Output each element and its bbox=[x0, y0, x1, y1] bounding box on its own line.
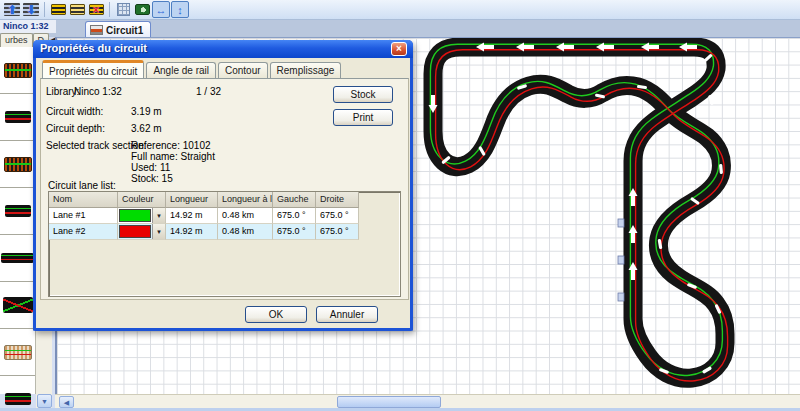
library-value: Ninco 1:32 bbox=[74, 86, 122, 97]
lane-table-header-row: NomCouleurLongueurLongueur à l'...Gauche… bbox=[49, 192, 400, 208]
track-delete-icon[interactable]: × bbox=[87, 1, 105, 18]
track-dashed-icon bbox=[70, 4, 85, 15]
power-connector-icon bbox=[618, 293, 624, 301]
application-window: ⬆⬇×↔↕ Ninco 1:32 Circuit1 urbes D ◀ ▶ ▼ … bbox=[0, 0, 800, 411]
lane-row[interactable]: Lane #1▼14.92 m0.48 km675.0 °675.0 ° bbox=[49, 208, 400, 224]
track-piece-cell[interactable] bbox=[0, 188, 35, 235]
section-fullname: Full name: Straight bbox=[131, 151, 215, 162]
flip-horizontal-icon[interactable]: ↔ bbox=[152, 1, 170, 18]
lane-table: NomCouleurLongueurLongueur à l'...Gauche… bbox=[48, 191, 401, 297]
lane-name-cell: Lane #2 bbox=[49, 224, 118, 240]
column-header[interactable]: Droite bbox=[316, 192, 359, 208]
circuit-depth-value: 3.62 m bbox=[131, 123, 162, 134]
track-piece-list bbox=[0, 47, 36, 394]
circuit-properties-dialog: Propriétés du circuit × Propriétés du ci… bbox=[33, 40, 413, 331]
library-panel-title: Ninco 1:32 bbox=[0, 20, 56, 33]
column-header[interactable]: Gauche bbox=[273, 192, 316, 208]
close-icon[interactable]: × bbox=[391, 42, 407, 56]
track-piece-thumbnail-crossing bbox=[3, 297, 33, 313]
cancel-button[interactable]: Annuler bbox=[316, 306, 378, 323]
column-header[interactable]: Longueur à l'... bbox=[218, 192, 273, 208]
track-piece-cell[interactable] bbox=[0, 376, 35, 411]
track-dashed-icon[interactable] bbox=[68, 1, 86, 18]
flip-horizontal-icon: ↔ bbox=[156, 4, 167, 16]
lane-color-cell: ▼ bbox=[118, 208, 166, 224]
tab-circuit1[interactable]: Circuit1 bbox=[85, 21, 151, 37]
track-solid-icon bbox=[51, 4, 66, 15]
scrollbar-thumb[interactable] bbox=[337, 396, 441, 408]
track-piece-cell[interactable] bbox=[0, 282, 35, 329]
flip-vertical-icon[interactable]: ↕ bbox=[171, 1, 189, 18]
lane-left-angle-cell: 675.0 ° bbox=[273, 224, 316, 240]
toolbar-separator bbox=[44, 2, 45, 17]
lane-color-swatch bbox=[119, 209, 151, 222]
track-piece-thumbnail-light bbox=[4, 345, 32, 360]
lane-length-cell: 14.92 m bbox=[166, 208, 218, 224]
chevron-down-icon[interactable]: ▼ bbox=[152, 224, 165, 239]
insert-track-up-icon: ⬆ bbox=[4, 3, 20, 16]
lane-color-swatch bbox=[119, 225, 151, 238]
lane-color-cell: ▼ bbox=[118, 224, 166, 240]
tab-circuit1-label: Circuit1 bbox=[106, 25, 143, 36]
tab-angle-de-rail[interactable]: Angle de rail bbox=[146, 62, 216, 79]
track-piece-thumbnail-straight bbox=[5, 205, 31, 217]
tab-proprietes-du-circuit[interactable]: Propriétés du circuit bbox=[42, 60, 144, 79]
library-tab-courbes[interactable]: urbes bbox=[0, 33, 33, 47]
column-header[interactable]: Longueur bbox=[166, 192, 218, 208]
lane-length-scaled-cell: 0.48 km bbox=[218, 224, 273, 240]
insert-track-up-icon[interactable]: ⬆ bbox=[3, 1, 21, 18]
track-piece-thumbnail-straight bbox=[5, 111, 31, 123]
track-delete-icon: × bbox=[92, 4, 99, 16]
toolbar: ⬆⬇×↔↕ bbox=[0, 0, 800, 20]
lane-name-cell: Lane #1 bbox=[49, 208, 118, 224]
track-delete-icon: × bbox=[89, 4, 104, 15]
track-piece-thumbnail-hatched bbox=[4, 63, 32, 78]
tab-contour[interactable]: Contour bbox=[218, 62, 268, 79]
tab-remplissage[interactable]: Remplissage bbox=[270, 62, 342, 79]
snapshot-camera-icon[interactable] bbox=[133, 1, 151, 18]
track-piece-thumbnail-hatched bbox=[4, 157, 32, 172]
column-header[interactable]: Nom bbox=[49, 192, 118, 208]
chevron-down-icon[interactable]: ▼ bbox=[152, 208, 165, 223]
track-piece-thumbnail-straight bbox=[5, 393, 31, 405]
track-piece-cell[interactable] bbox=[0, 141, 35, 188]
track-piece-cell[interactable] bbox=[0, 94, 35, 141]
lane-list-label: Circuit lane list: bbox=[48, 180, 116, 191]
track-piece-list-scroll-down-button[interactable]: ▼ bbox=[37, 394, 52, 408]
track-surface bbox=[433, 47, 725, 378]
snapshot-camera-icon bbox=[135, 4, 150, 15]
lane-left-angle-cell: 675.0 ° bbox=[273, 208, 316, 224]
column-header[interactable]: Couleur bbox=[118, 192, 166, 208]
canvas-horizontal-scrollbar[interactable]: ◀ bbox=[55, 394, 800, 408]
lane-length-cell: 14.92 m bbox=[166, 224, 218, 240]
insert-track-up-icon: ⬆ bbox=[7, 3, 17, 17]
track-piece-cell[interactable] bbox=[0, 235, 35, 282]
track-piece-cell[interactable] bbox=[0, 329, 35, 376]
power-connector-icon bbox=[618, 219, 624, 227]
scroll-left-button[interactable]: ◀ bbox=[59, 396, 74, 408]
track-piece-cell[interactable] bbox=[0, 47, 35, 94]
section-used: Used: 11 bbox=[131, 162, 170, 173]
stock-button[interactable]: Stock bbox=[333, 86, 393, 103]
dialog-title-bar[interactable]: Propriétés du circuit bbox=[33, 40, 413, 58]
flip-vertical-icon: ↕ bbox=[177, 4, 183, 16]
track-solid-icon[interactable] bbox=[49, 1, 67, 18]
grid-icon[interactable] bbox=[114, 1, 132, 18]
circuit-document-icon bbox=[90, 25, 103, 35]
circuit-depth-label: Circuit depth: bbox=[46, 123, 105, 134]
dialog-tab-bar: Propriétés du circuit Angle de rail Cont… bbox=[42, 62, 341, 79]
lane-right-angle-cell: 675.0 ° bbox=[316, 208, 359, 224]
circuit-width-label: Circuit width: bbox=[46, 106, 103, 117]
print-button[interactable]: Print bbox=[333, 109, 393, 126]
insert-track-down-icon: ⬇ bbox=[26, 3, 36, 17]
grid-icon bbox=[117, 3, 130, 16]
ok-button[interactable]: OK bbox=[245, 306, 307, 323]
library-count: 1 / 32 bbox=[196, 86, 221, 97]
track-piece-thumbnail-long bbox=[1, 253, 34, 263]
insert-track-down-icon: ⬇ bbox=[23, 3, 39, 16]
lane-length-scaled-cell: 0.48 km bbox=[218, 208, 273, 224]
insert-track-down-icon[interactable]: ⬇ bbox=[22, 1, 40, 18]
power-connector-icon bbox=[618, 256, 624, 264]
lane-row[interactable]: Lane #2▼14.92 m0.48 km675.0 °675.0 ° bbox=[49, 224, 400, 240]
track-joint-mark bbox=[708, 95, 714, 105]
